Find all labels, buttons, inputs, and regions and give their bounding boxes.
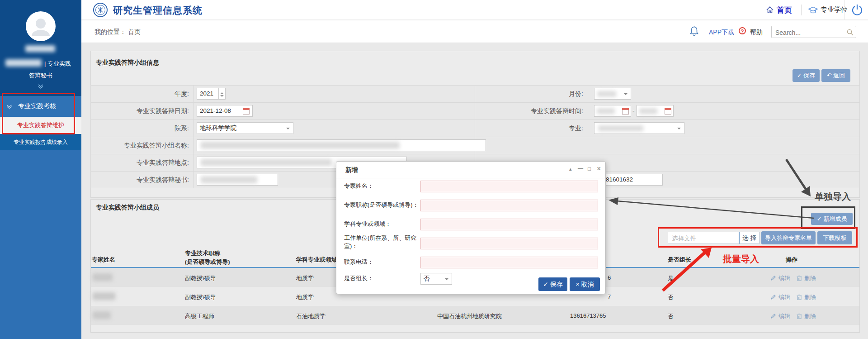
modal-close-icon[interactable]: × <box>597 165 601 173</box>
modal-minimize-icon[interactable]: — <box>578 165 583 172</box>
sidebar-item-label: 专业实践报告成绩录入 <box>0 138 81 146</box>
col-header-actions: 操作 <box>786 256 797 264</box>
modal-maximize-icon[interactable]: □ <box>588 166 591 172</box>
bell-icon[interactable] <box>689 25 699 37</box>
major-select[interactable] <box>594 122 684 134</box>
cell-title: 副教授\硕导 <box>185 293 216 301</box>
phone-label: 联系电话： <box>344 258 424 266</box>
logout-power-icon[interactable] <box>851 4 863 16</box>
cell-field: 地质学 <box>296 293 314 301</box>
nav-home-label: 首页 <box>777 5 792 15</box>
user-role-line2: 答辩秘书 <box>0 72 81 80</box>
app-download-link[interactable]: APP下载 <box>709 29 734 37</box>
col-divider <box>193 85 194 188</box>
search-icon[interactable] <box>846 29 854 36</box>
discipline-label: 学科专业或领域： <box>344 220 424 228</box>
back-button[interactable]: ↶ 返回 <box>821 69 850 82</box>
work-unit-field[interactable] <box>420 238 598 249</box>
stepper-down-icon[interactable] <box>220 95 224 99</box>
stepper-up-icon[interactable] <box>220 91 224 94</box>
save-button[interactable]: ✓ 保存 <box>793 69 820 82</box>
help-link[interactable]: 帮助 <box>750 29 763 37</box>
defense-time-end-input[interactable] <box>637 105 674 117</box>
annotation-batch-import-label: 批量导入 <box>723 253 759 265</box>
col-header-field: 学科专业或领域 <box>296 256 337 264</box>
phone-field[interactable] <box>420 257 598 268</box>
chevron-down-icon <box>624 93 627 97</box>
breadcrumb: 我的位置： 首页 <box>94 28 141 36</box>
calendar-icon[interactable] <box>243 108 250 115</box>
annotation-red-box-batch-import <box>658 227 858 248</box>
modal-save-button[interactable]: ✓ 保存 <box>538 277 567 291</box>
redacted-value <box>598 125 643 131</box>
utility-bar: 我的位置： 首页 APP下载 ? 帮助 <box>81 20 868 43</box>
group-name-label: 专业实践答辩小组名称: <box>90 141 189 150</box>
department-label: 院系: <box>90 124 189 133</box>
redacted-value <box>201 142 400 149</box>
redacted-value <box>201 159 332 166</box>
trash-icon <box>797 313 802 319</box>
graduation-cap-icon <box>808 6 818 14</box>
cell-leader: 否 <box>668 312 674 320</box>
home-icon <box>766 6 774 14</box>
department-select[interactable]: 地球科学学院 <box>197 122 293 134</box>
user-collapse-chevron-icon[interactable] <box>38 84 44 89</box>
modal-collapse-icon[interactable]: ▴ <box>569 166 572 172</box>
expert-name-label: 专家姓名： <box>344 182 424 190</box>
modal-title: 新增 <box>345 166 358 174</box>
check-icon: ✓ <box>543 281 550 288</box>
cell-phone: 13616713765 <box>570 312 606 319</box>
calendar-icon[interactable] <box>665 108 671 115</box>
secretary-input[interactable] <box>197 174 278 186</box>
back-arrow-icon: ↶ <box>827 72 834 79</box>
cell-org: 中国石油杭州地质研究院 <box>437 312 502 320</box>
discipline-field[interactable] <box>420 219 598 230</box>
help-question-icon: ? <box>739 27 746 34</box>
defense-time-label: 专业实践答辩时间: <box>493 106 583 115</box>
row-divider <box>90 154 860 154</box>
user-name2-redacted <box>5 59 42 67</box>
stepper-buttons[interactable] <box>218 88 225 99</box>
defense-date-input[interactable]: 2021-12-08 <box>197 105 253 117</box>
sidebar-item-report-score-entry[interactable]: 专业实践报告成绩录入 <box>0 134 81 150</box>
avatar[interactable] <box>26 11 56 41</box>
is-leader-select[interactable]: 否 <box>420 273 452 285</box>
cell-leader: 是 <box>668 274 674 282</box>
row-divider <box>90 102 860 103</box>
cell-field: 石油地质学 <box>296 312 326 320</box>
user-name-redacted <box>25 45 55 52</box>
expert-title-label: 专家职称(是否硕导或博导)： <box>344 201 424 209</box>
breadcrumb-label: 我的位置： <box>94 28 126 35</box>
university-logo-icon <box>93 2 108 18</box>
cell-phone-tail: 7 <box>608 293 611 300</box>
nav-divider <box>801 5 802 15</box>
cell-title: 高级工程师 <box>185 312 214 320</box>
check-icon: ✓ <box>797 72 804 79</box>
row-divider <box>90 119 860 120</box>
cell-leader: 否 <box>668 293 674 301</box>
col-header-title-line1: 专业技术职称 <box>185 249 220 258</box>
expert-title-field[interactable] <box>420 200 598 211</box>
breadcrumb-current[interactable]: 首页 <box>128 28 141 35</box>
redacted-value <box>639 108 657 114</box>
year-stepper[interactable]: 2021 <box>197 88 226 100</box>
month-select[interactable] <box>594 88 631 100</box>
expert-name-field[interactable] <box>420 181 598 192</box>
calendar-icon[interactable] <box>622 108 629 115</box>
modal-cancel-button[interactable]: × 取消 <box>570 277 600 291</box>
secretary-label: 专业实践答辩秘书: <box>90 175 189 184</box>
annotation-dark-box-add-member <box>801 206 855 229</box>
close-icon: × <box>576 281 581 288</box>
pencil-icon <box>770 313 776 319</box>
user-role-line1: | 专业实践 <box>44 60 71 68</box>
redacted-value <box>597 108 615 114</box>
month-label: 月份: <box>493 89 583 98</box>
search-input[interactable] <box>774 28 844 37</box>
cell-title: 副教授\硕导 <box>185 274 216 282</box>
app-title: 研究生管理信息系统 <box>113 4 203 17</box>
pencil-icon <box>770 275 776 281</box>
pencil-icon <box>770 294 776 300</box>
defense-date-label: 专业实践答辩日期: <box>90 106 189 115</box>
group-name-input[interactable] <box>197 139 486 151</box>
defense-time-start-input[interactable] <box>594 105 631 117</box>
